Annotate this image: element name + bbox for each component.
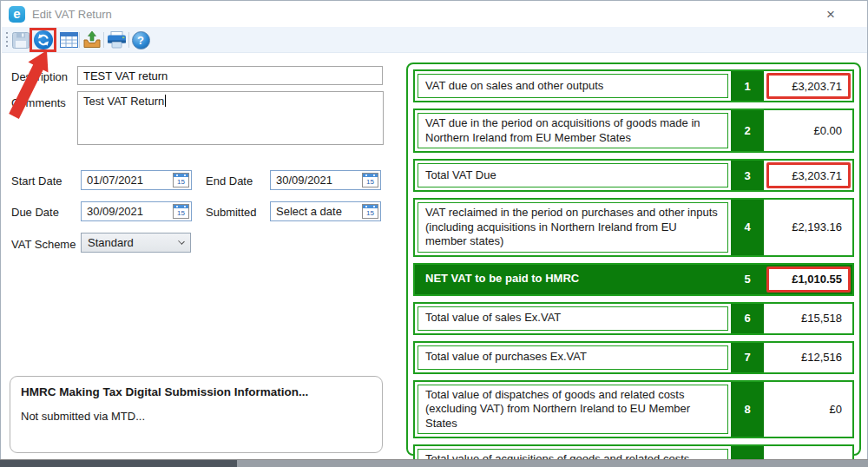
- vat-box-label: Total VAT Due: [418, 163, 728, 187]
- vat-box-label: VAT due on sales and other outputs: [418, 74, 728, 98]
- mtd-info-box: HMRC Making Tax Digital Submission Infor…: [10, 376, 383, 453]
- start-date-label: Start Date: [11, 174, 62, 187]
- vat-box-row: Total value of purchases Ex.VAT 7 £12,51…: [413, 341, 854, 374]
- calendar-icon[interactable]: 15: [362, 204, 378, 219]
- comments-input[interactable]: Test VAT Return: [77, 91, 384, 145]
- edit-vat-return-window: e Edit VAT Return ×: [0, 0, 868, 460]
- vat-scheme-select[interactable]: Standard: [81, 233, 191, 253]
- vat-box-row: Total value of sales Ex.VAT 6 £15,518: [413, 302, 854, 335]
- red-arrow-annotation: [5, 47, 57, 121]
- vat-box-number: 6: [731, 304, 764, 333]
- vat-box-row: NET VAT to be paid to HMRC 5 £1,010.55: [413, 263, 854, 296]
- calendar-icon[interactable]: 15: [173, 204, 189, 219]
- vat-box-value: £3,203.71: [766, 162, 851, 188]
- mtd-title: HMRC Making Tax Digital Submission Infor…: [21, 385, 372, 398]
- save-icon: [12, 32, 30, 49]
- vat-box-label: NET VAT to be paid to HMRC: [418, 267, 728, 292]
- save-button[interactable]: [10, 30, 31, 50]
- comments-text: Test VAT Return: [83, 95, 164, 108]
- toolbar-grip-handle[interactable]: [6, 32, 8, 48]
- vat-box-value: £0: [766, 384, 851, 436]
- text-caret: [165, 95, 166, 107]
- vat-box-row: VAT reclaimed in the period on purchases…: [413, 198, 854, 257]
- calendar-icon[interactable]: 15: [362, 173, 378, 187]
- submitted-label: Submitted: [206, 206, 257, 219]
- vat-box-number: 1: [731, 71, 764, 101]
- app-logo-icon: e: [9, 6, 25, 23]
- end-date-label: End Date: [206, 174, 253, 187]
- submitted-date-input[interactable]: Select a date 15: [270, 201, 381, 221]
- calendar-icon[interactable]: 15: [173, 173, 189, 187]
- vat-boxes-panel: VAT due on sales and other outputs 1 £3,…: [406, 62, 861, 456]
- vat-box-label: VAT due in the period on acquisitions of…: [418, 113, 728, 148]
- due-date-value: 30/09/2021: [87, 205, 143, 218]
- end-date-value: 30/09/2021: [276, 174, 332, 187]
- export-icon: [82, 30, 102, 49]
- refresh-button[interactable]: [33, 30, 54, 50]
- print-button[interactable]: [106, 30, 127, 50]
- vat-box-row: VAT due on sales and other outputs 1 £3,…: [413, 69, 854, 102]
- vat-box-number: 2: [731, 110, 764, 151]
- vat-box-value: £15,518: [766, 306, 851, 332]
- vat-box-label: VAT reclaimed in the period on purchases…: [418, 202, 728, 253]
- vat-box-number: 8: [731, 382, 764, 437]
- export-button[interactable]: [82, 30, 102, 50]
- chevron-down-icon: [178, 238, 185, 245]
- vat-box-label: Total value of sales Ex.VAT: [418, 306, 728, 331]
- toolbar: ?: [2, 27, 867, 53]
- table-icon: [60, 32, 78, 48]
- refresh-icon: [34, 30, 53, 49]
- vat-box-number: 4: [731, 200, 764, 255]
- table-button[interactable]: [58, 30, 79, 50]
- start-date-value: 01/07/2021: [87, 174, 143, 187]
- toolbar-separator: [128, 32, 129, 48]
- vat-scheme-value: Standard: [88, 236, 134, 249]
- end-date-input[interactable]: 30/09/2021 15: [270, 170, 381, 190]
- vat-box-number: 3: [731, 161, 764, 190]
- title-bar: e Edit VAT Return ×: [1, 1, 867, 27]
- vat-box-number: 5: [731, 265, 764, 294]
- vat-box-value: £0.00: [766, 112, 851, 149]
- vat-scheme-label: VAT Scheme: [11, 238, 76, 251]
- vat-box-row: Total value of dispatches of goods and r…: [413, 380, 854, 439]
- toolbar-separator: [79, 32, 80, 48]
- window-bottom-edge: [0, 459, 868, 467]
- window-title: Edit VAT Return: [32, 8, 112, 21]
- due-date-label: Due Date: [11, 206, 59, 219]
- screen: e Edit VAT Return ×: [0, 0, 868, 467]
- vat-box-value: £3,203.71: [766, 73, 851, 99]
- vat-box-value: £2,193.16: [766, 201, 851, 253]
- start-date-input[interactable]: 01/07/2021 15: [81, 170, 192, 190]
- submitted-date-value: Select a date: [276, 205, 342, 218]
- due-date-input[interactable]: 30/09/2021 15: [81, 201, 192, 221]
- print-icon: [107, 31, 127, 49]
- toolbar-separator: [103, 32, 104, 48]
- vat-box-value: £12,516: [766, 345, 851, 371]
- mtd-status: Not submitted via MTD...: [21, 410, 372, 423]
- vat-box-row: Total VAT Due 3 £3,203.71: [413, 159, 854, 192]
- vat-box-label: Total value of dispatches of goods and r…: [418, 385, 728, 435]
- help-button[interactable]: ?: [130, 30, 151, 50]
- description-label: Description: [11, 70, 68, 83]
- vat-box-label: Total value of purchases Ex.VAT: [418, 345, 728, 370]
- help-icon: ?: [132, 31, 150, 49]
- description-input[interactable]: [77, 66, 383, 85]
- vat-box-number: 7: [731, 343, 764, 372]
- vat-box-row: VAT due in the period on acquisitions of…: [413, 109, 854, 153]
- close-icon[interactable]: ×: [822, 6, 839, 23]
- vat-box-value: £1,010.55: [766, 266, 851, 293]
- comments-label: Comments: [11, 96, 66, 109]
